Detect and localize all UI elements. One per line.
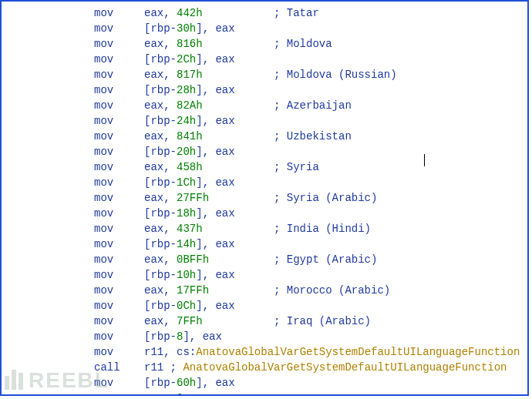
operands: [rbp-1Ch], eax (144, 175, 274, 190)
operands: eax, 17FFh (144, 283, 274, 298)
operands: [rbp-2Ch], eax (144, 52, 274, 67)
asm-line[interactable]: moveax, 0BFFh; Egypt (Arabic) (2, 252, 527, 267)
mnemonic: mov (2, 5, 144, 21)
asm-line[interactable]: mov[rbp-20h], eax (2, 144, 527, 159)
comment (274, 375, 527, 391)
operands: eax, 816h (144, 36, 274, 52)
comment (274, 329, 527, 344)
operands: eax, 841h (144, 129, 274, 144)
comment (274, 267, 527, 283)
comment: ; Azerbaijan (274, 98, 527, 113)
comment: ; India (Hindi) (274, 221, 527, 236)
mnemonic: mov (2, 36, 144, 52)
comment (274, 206, 527, 221)
operands: eax, 0 (144, 391, 274, 396)
mnemonic: mov (2, 113, 144, 129)
operands: eax, 437h (144, 221, 274, 236)
operands: [rbp-10h], eax (144, 267, 274, 283)
comment (274, 144, 527, 159)
mnemonic: mov (2, 329, 144, 344)
operands: [rbp-20h], eax (144, 144, 274, 159)
asm-line[interactable]: moveax, 458h; Syria (2, 159, 527, 175)
mnemonic: mov (2, 98, 144, 113)
mnemonic: mov (2, 267, 144, 283)
comment (274, 298, 527, 314)
mnemonic: mov (2, 298, 144, 314)
asm-line[interactable]: mov[rbp-8], eax (2, 329, 527, 344)
asm-line[interactable]: moveax, 17FFh; Morocco (Arabic) (2, 283, 527, 298)
comment: ; Morocco (Arabic) (274, 283, 527, 298)
asm-line[interactable]: moveax, 841h; Uzbekistan (2, 129, 527, 144)
operands: [rbp-8], eax (144, 329, 274, 344)
operands: [rbp-18h], eax (144, 206, 274, 221)
asm-line[interactable]: mov[rbp-24h], eax (2, 113, 527, 129)
watermark-text: REEBL (29, 373, 109, 388)
asm-line[interactable]: mov[rbp-28h], eax (2, 82, 527, 98)
comment (274, 21, 527, 36)
asm-line[interactable]: moveax, 817h; Moldova (Russian) (2, 67, 527, 82)
operands: eax, 458h (144, 159, 274, 175)
operands: [rbp-14h], eax (144, 236, 274, 252)
comment: ; Tatar (274, 5, 527, 21)
comment: ; Syria (Arabic) (274, 190, 527, 206)
mnemonic: mov (2, 314, 144, 329)
asm-line[interactable]: mov[rbp-18h], eax (2, 206, 527, 221)
operands: [rbp-30h], eax (144, 21, 274, 36)
disassembly-view[interactable]: moveax, 442h; Tatarmov[rbp-30h], eaxmove… (0, 0, 529, 396)
operands: eax, 817h (144, 67, 274, 82)
comment: ; Moldova (Russian) (274, 67, 527, 82)
asm-line[interactable]: moveax, 82Ah; Azerbaijan (2, 98, 527, 113)
mnemonic: mov (2, 52, 144, 67)
asm-line[interactable]: mov[rbp-14h], eax (2, 236, 527, 252)
comment: ; Iraq (Arabic) (274, 314, 527, 329)
mnemonic: mov (2, 221, 144, 236)
comment (274, 236, 527, 252)
asm-line[interactable]: moveax, 816h; Moldova (2, 36, 527, 52)
operands: eax, 0BFFh (144, 252, 274, 267)
asm-line[interactable]: mov[rbp-2Ch], eax (2, 52, 527, 67)
asm-line[interactable]: mov[rbp-1Ch], eax (2, 175, 527, 190)
asm-line[interactable]: moveax, 27FFh; Syria (Arabic) (2, 190, 527, 206)
comment: ; Syria (274, 159, 527, 175)
operands: [rbp-24h], eax (144, 113, 274, 129)
operands: r11 ; AnatovaGlobalVarGetSystemDefaultUI… (144, 360, 507, 375)
operands: [rbp-60h], eax (144, 375, 274, 391)
operands: r11, cs:AnatovaGlobalVarGetSystemDefault… (144, 344, 520, 360)
comment: ; Moldova (274, 36, 527, 52)
comment: ; Uzbekistan (274, 129, 527, 144)
asm-line[interactable]: moveax, 7FFh; Iraq (Arabic) (2, 314, 527, 329)
asm-line[interactable]: mov[rbp-30h], eax (2, 21, 527, 36)
asm-line[interactable]: mov[rbp-0Ch], eax (2, 298, 527, 314)
asm-line[interactable]: movr11, cs:AnatovaGlobalVarGetSystemDefa… (2, 344, 527, 360)
operands: eax, 442h (144, 5, 274, 21)
mnemonic: mov (2, 190, 144, 206)
mnemonic: mov (2, 67, 144, 82)
mnemonic: mov (2, 144, 144, 159)
operands: [rbp-0Ch], eax (144, 298, 274, 314)
text-cursor (424, 154, 425, 166)
operands: eax, 7FFh (144, 314, 274, 329)
asm-line[interactable]: moveax, 442h; Tatar (2, 5, 527, 21)
mnemonic: mov (2, 206, 144, 221)
asm-line[interactable]: mov[rbp-10h], eax (2, 267, 527, 283)
operands: eax, 82Ah (144, 98, 274, 113)
mnemonic: mov (2, 236, 144, 252)
comment: ; Egypt (Arabic) (274, 252, 527, 267)
mnemonic: mov (2, 159, 144, 175)
comment (274, 175, 527, 190)
comment (274, 113, 527, 129)
asm-line[interactable]: moveax, 437h; India (Hindi) (2, 221, 527, 236)
mnemonic: mov (2, 252, 144, 267)
mnemonic: mov (2, 344, 144, 360)
mnemonic: mov (2, 175, 144, 190)
comment (274, 52, 527, 67)
mnemonic: mov (2, 283, 144, 298)
watermark: REEBL (5, 370, 109, 391)
comment (274, 82, 527, 98)
comment (274, 391, 527, 396)
mnemonic: mov (2, 129, 144, 144)
operands: [rbp-28h], eax (144, 82, 274, 98)
operands: eax, 27FFh (144, 190, 274, 206)
mnemonic: mov (2, 21, 144, 36)
mnemonic: mov (2, 82, 144, 98)
